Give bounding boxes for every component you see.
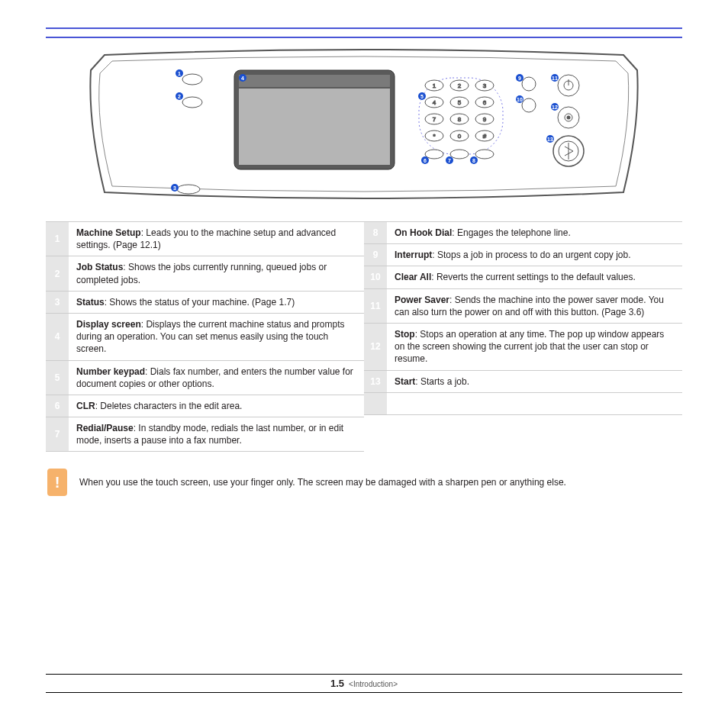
right-column: 8On Hook Dial: Engages the telephone lin…: [364, 222, 682, 452]
key-7-label: 7: [433, 116, 436, 123]
machine-setup-btn[interactable]: [182, 74, 202, 85]
footer-page: 1.5: [330, 678, 344, 689]
powersaver-btn[interactable]: [558, 75, 579, 96]
display-titlebar: [239, 75, 390, 87]
desc: Machine Setup: Leads you to the machine …: [69, 222, 364, 256]
onhook-btn[interactable]: [475, 150, 494, 159]
display-screen[interactable]: [239, 89, 390, 165]
svg-text:7: 7: [448, 158, 451, 163]
warning-icon: !: [47, 469, 67, 496]
key-4-label: 4: [433, 99, 436, 106]
key-8-label: 8: [458, 116, 462, 123]
footer-section: <Introduction>: [349, 680, 398, 688]
rule-top: [46, 27, 682, 29]
svg-text:8: 8: [472, 158, 475, 163]
key-2-label: 2: [458, 82, 462, 89]
interrupt-btn[interactable]: [522, 77, 536, 91]
svg-text:10: 10: [517, 97, 523, 102]
manual-page: 1 2 3 4 5 6 7 8 9 * 0 #: [0, 0, 728, 728]
clearall-btn[interactable]: [522, 98, 536, 112]
key-1-label: 1: [433, 82, 436, 89]
key-3-label: 3: [483, 82, 487, 89]
key-star-label: *: [433, 133, 435, 140]
svg-text:13: 13: [547, 137, 553, 142]
status-btn[interactable]: [177, 185, 200, 194]
key-hash-label: #: [483, 133, 487, 140]
key-9-label: 9: [483, 116, 487, 123]
stop-btn[interactable]: [558, 107, 579, 128]
left-column: 1Machine Setup: Leads you to the machine…: [46, 222, 364, 452]
job-status-btn[interactable]: [182, 97, 202, 108]
svg-text:1: 1: [178, 71, 181, 76]
description-table: 1Machine Setup: Leads you to the machine…: [46, 221, 682, 452]
svg-text:2: 2: [178, 94, 181, 99]
key-6-label: 6: [483, 99, 487, 106]
page-footer: 1.5 <Introduction>: [46, 674, 682, 693]
svg-text:3: 3: [173, 185, 176, 191]
panel-svg: 1 2 3 4 5 6 7 8 9 * 0 #: [89, 47, 639, 208]
redial-btn[interactable]: [450, 150, 469, 159]
svg-text:4: 4: [241, 76, 244, 81]
svg-point-5: [567, 116, 571, 120]
rule-top-2: [46, 37, 682, 38]
svg-text:5: 5: [420, 94, 424, 99]
key-0-label: 0: [458, 133, 462, 140]
svg-text:12: 12: [552, 105, 558, 110]
svg-text:11: 11: [552, 76, 558, 81]
key-5-label: 5: [458, 99, 462, 106]
svg-text:9: 9: [518, 76, 521, 81]
warning-box: ! When you use the touch screen, use you…: [47, 469, 682, 496]
panel-illustration: 1 2 3 4 5 6 7 8 9 * 0 #: [46, 47, 682, 208]
start-btn[interactable]: [553, 136, 584, 166]
num: 1: [46, 222, 69, 256]
svg-text:6: 6: [424, 158, 427, 163]
clr-btn[interactable]: [425, 150, 443, 159]
warning-text: When you use the touch screen, use your …: [79, 477, 566, 488]
